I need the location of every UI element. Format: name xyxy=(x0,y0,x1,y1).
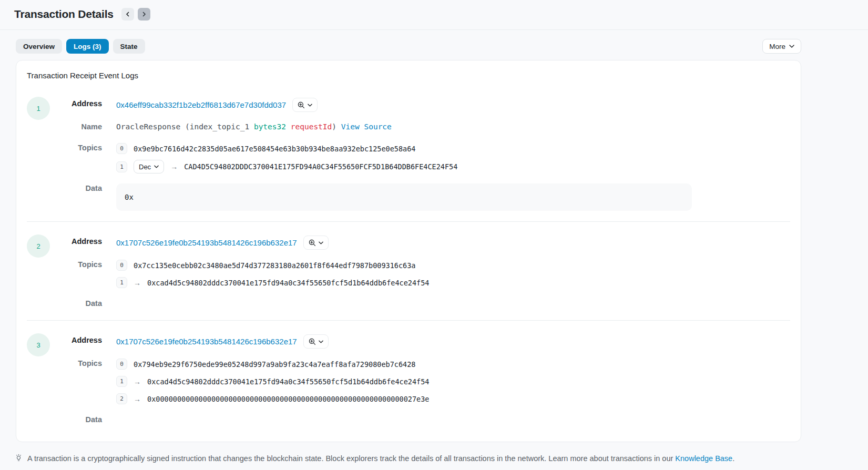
topic-value: 0x794eb9e29f6750ede99e05248d997a9ab9fa23… xyxy=(134,360,415,369)
log-data-row: Data0x xyxy=(50,182,790,211)
log-rows: Address0x46eff99cab332f1b2eb2ff6813d67e7… xyxy=(50,97,790,213)
log-topics-row: Topics00x9e9bc7616d42c2835d05ae617e50845… xyxy=(50,142,790,173)
tab-group: Overview Logs (3) State xyxy=(16,39,145,54)
tab-state[interactable]: State xyxy=(113,39,145,54)
topic-row: 00x7cc135e0cebb02c3480ae5d74d377283180a2… xyxy=(116,259,790,271)
content-wrap: Overview Logs (3) State More Transaction… xyxy=(16,39,801,442)
topics-label: Topics xyxy=(50,259,102,271)
log-address-row: Address0x1707c526e19fe0b254193b5481426c1… xyxy=(50,334,790,349)
topic-index-badge: 1 xyxy=(116,277,127,288)
log-address-row: Address0x1707c526e19fe0b254193b5481426c1… xyxy=(50,236,790,250)
address-zoom-button[interactable] xyxy=(303,334,329,349)
zoom-in-icon xyxy=(298,101,305,109)
log-rows: Address0x1707c526e19fe0b254193b5481426c1… xyxy=(50,333,790,428)
log-data-row: Data xyxy=(50,414,790,426)
footer-text-after: . xyxy=(732,454,734,463)
signature-plain-segment: OracleResponse (index_topic_1 xyxy=(116,122,254,131)
topic-index-badge: 2 xyxy=(116,393,127,404)
chevron-down-icon xyxy=(308,104,312,107)
topic-index-badge: 0 xyxy=(116,359,127,370)
arrow-right-icon: → xyxy=(134,395,141,403)
topic-row: 2→0x000000000000000000000000000000000000… xyxy=(116,393,790,405)
address-zoom-button[interactable] xyxy=(303,236,329,250)
topic-value: 0x9e9bc7616d42c2835d05ae617e508454e63b30… xyxy=(134,145,415,153)
arrow-right-icon: → xyxy=(134,279,141,287)
knowledge-base-link[interactable]: Knowledge Base xyxy=(675,454,732,463)
topic-index-badge: 0 xyxy=(116,143,127,154)
log-entry: 3Address0x1707c526e19fe0b254193b5481426c… xyxy=(27,320,790,432)
log-data-row: Data xyxy=(50,298,790,310)
topic-value: 0x00000000000000000000000000000000000000… xyxy=(147,395,429,403)
log-index-badge: 3 xyxy=(27,333,50,356)
topic-row: 1Dec→CAD4D5C94802DDDC370041E175FD94A0C34… xyxy=(116,160,790,173)
chevron-left-icon xyxy=(125,12,130,17)
log-topics-row: Topics00x794eb9e29f6750ede99e05248d997a9… xyxy=(50,357,790,405)
log-address-link[interactable]: 0x46eff99cab332f1b2eb2ff6813d67e7d30fdd0… xyxy=(116,99,286,111)
log-entry: 1Address0x46eff99cab332f1b2eb2ff6813d67e… xyxy=(27,90,790,217)
page-footer: A transaction is a cryptographically sig… xyxy=(14,454,868,463)
address-label: Address xyxy=(50,334,102,346)
log-data-value: 0x xyxy=(116,183,692,211)
event-logs-list: 1Address0x46eff99cab332f1b2eb2ff6813d67e… xyxy=(27,90,790,432)
card-title: Transaction Receipt Event Logs xyxy=(27,71,790,80)
signature-plain-segment: ) xyxy=(332,122,336,131)
data-label: Data xyxy=(50,182,102,195)
arrow-right-icon: → xyxy=(134,377,141,386)
topic-index-badge: 1 xyxy=(116,161,127,172)
zoom-in-icon xyxy=(309,239,316,247)
topics-label: Topics xyxy=(50,357,102,370)
topics-label: Topics xyxy=(50,142,102,154)
view-source-link[interactable]: View Source xyxy=(341,122,392,131)
lightbulb-icon xyxy=(14,454,23,463)
topic-row: 00x9e9bc7616d42c2835d05ae617e508454e63b3… xyxy=(116,142,790,155)
tab-logs[interactable]: Logs (3) xyxy=(66,39,109,54)
topic-decode-select[interactable]: Dec xyxy=(134,160,164,173)
chevron-down-icon xyxy=(319,340,323,343)
tab-bar: Overview Logs (3) State More xyxy=(16,39,801,54)
previous-transaction-button[interactable] xyxy=(121,8,134,21)
log-rows: Address0x1707c526e19fe0b254193b5481426c1… xyxy=(50,234,790,312)
log-index-badge: 1 xyxy=(27,97,50,120)
topic-row: 1→0xcad4d5c94802dddc370041e175fd94a0c34f… xyxy=(116,375,790,387)
more-label: More xyxy=(769,43,785,50)
decode-select-label: Dec xyxy=(139,163,151,171)
address-label: Address xyxy=(50,236,102,248)
chevron-right-icon xyxy=(141,12,147,17)
topic-value: CAD4D5C94802DDDC370041E175FD94A0C34F5565… xyxy=(184,162,457,171)
topic-value: 0xcad4d5c94802dddc370041e175fd94a0c34f55… xyxy=(147,377,429,386)
data-label: Data xyxy=(50,298,102,310)
chevron-down-icon xyxy=(154,165,159,168)
page-title: Transaction Details xyxy=(14,8,114,21)
footer-text-before: A transaction is a cryptographically sig… xyxy=(27,454,675,463)
log-name-row: NameOracleResponse (index_topic_1 bytes3… xyxy=(50,121,790,133)
name-label: Name xyxy=(50,121,102,133)
signature-param-segment: requestId xyxy=(286,122,332,131)
arrow-right-icon: → xyxy=(170,162,178,171)
chevron-down-icon xyxy=(319,241,323,244)
address-zoom-button[interactable] xyxy=(292,98,318,112)
topic-row: 1→0xcad4d5c94802dddc370041e175fd94a0c34f… xyxy=(116,277,790,289)
tab-overview[interactable]: Overview xyxy=(16,39,62,54)
more-dropdown-button[interactable]: More xyxy=(762,39,801,54)
log-address-row: Address0x46eff99cab332f1b2eb2ff6813d67e7… xyxy=(50,98,790,112)
log-address-link[interactable]: 0x1707c526e19fe0b254193b5481426c196b632e… xyxy=(116,335,297,348)
topic-value: 0x7cc135e0cebb02c3480ae5d74d377283180a26… xyxy=(134,261,415,270)
chevron-down-icon xyxy=(789,45,794,48)
footer-text: A transaction is a cryptographically sig… xyxy=(27,454,734,463)
topic-value: 0xcad4d5c94802dddc370041e175fd94a0c34f55… xyxy=(147,279,429,287)
signature-type-segment: bytes32 xyxy=(254,122,286,131)
zoom-in-icon xyxy=(309,338,316,345)
log-topics-row: Topics00x7cc135e0cebb02c3480ae5d74d37728… xyxy=(50,259,790,289)
app-header: Transaction Details xyxy=(0,0,868,30)
log-index-badge: 2 xyxy=(27,234,50,258)
log-address-link[interactable]: 0x1707c526e19fe0b254193b5481426c196b632e… xyxy=(116,237,297,249)
data-label: Data xyxy=(50,414,102,426)
logs-card: Transaction Receipt Event Logs 1Address0… xyxy=(16,60,801,442)
event-signature: OracleResponse (index_topic_1 bytes32 re… xyxy=(116,121,790,133)
topic-index-badge: 1 xyxy=(116,376,127,387)
topic-index-badge: 0 xyxy=(116,260,127,271)
topic-row: 00x794eb9e29f6750ede99e05248d997a9ab9fa2… xyxy=(116,358,790,370)
log-entry: 2Address0x1707c526e19fe0b254193b5481426c… xyxy=(27,221,790,316)
next-transaction-button[interactable] xyxy=(138,8,150,21)
address-label: Address xyxy=(50,98,102,110)
